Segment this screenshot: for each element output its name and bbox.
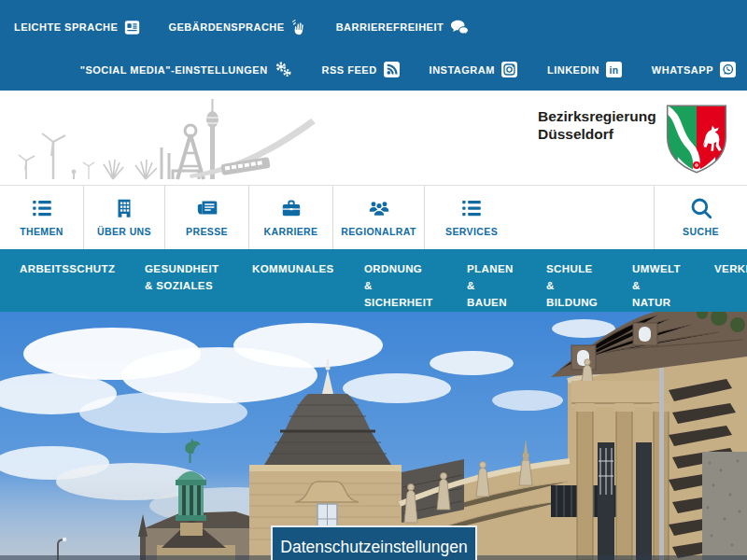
svg-text:in: in (609, 65, 618, 76)
newspaper-icon (195, 196, 219, 220)
topic-ordnung-sicherheit[interactable]: ORDNUNG & SICHERHEIT (364, 260, 467, 312)
accessibility-icon (450, 20, 469, 35)
topic-navigation: ARBEITSSCHUTZ GESUNDHEIT & SOZIALES KOMM… (0, 249, 747, 312)
gears-icon (275, 61, 292, 78)
list-icon (30, 196, 54, 220)
nav-item-services[interactable]: SERVICES (425, 186, 654, 249)
instagram-link[interactable]: INSTAGRAM (430, 62, 517, 77)
top-bar: LEICHTE SPRACHE GEBÄRDENSPRACHE BARRIERE… (0, 0, 747, 91)
nav-label-regionalrat: REGIONALRAT (341, 226, 416, 237)
easy-language-icon (124, 20, 140, 35)
instagram-icon (501, 62, 517, 77)
nav-item-presse[interactable]: PRESSE (165, 186, 249, 249)
linkedin-icon: in (606, 62, 622, 77)
nav-label-presse: PRESSE (186, 226, 228, 237)
nav-label-themen: THEMEN (20, 226, 63, 237)
easy-language-link[interactable]: LEICHTE SPRACHE (14, 20, 140, 35)
topic-schule-bildung[interactable]: SCHULE & BILDUNG (546, 260, 632, 312)
whatsapp-icon (720, 62, 736, 77)
nav-item-ueber-uns[interactable]: ÜBER UNS (84, 186, 165, 249)
people-icon (367, 196, 391, 220)
topic-verkehr[interactable]: VERKEHR (714, 260, 747, 312)
easy-language-label: LEICHTE SPRACHE (14, 21, 118, 33)
page: LEICHTE SPRACHE GEBÄRDENSPRACHE BARRIERE… (0, 0, 747, 560)
topic-umwelt-natur[interactable]: UMWELT & NATUR (632, 260, 714, 312)
org-name-line1: Bezirksregierung (538, 107, 656, 125)
nav-item-regionalrat[interactable]: REGIONALRAT (333, 186, 425, 249)
social-links-row: "SOCIAL MEDIA"-EINSTELLUNGEN RSS FEED IN… (0, 45, 747, 91)
nav-label-karriere: KARRIERE (263, 226, 317, 237)
rss-icon (384, 62, 400, 77)
main-navigation: THEMEN ÜBER UNS PRESSE KARRIERE REGIONAL… (0, 186, 747, 249)
nrw-coat-of-arms-icon (663, 104, 730, 178)
nav-item-search[interactable]: SUCHE (654, 186, 747, 249)
accessibility-label: BARRIEREFREIHEIT (336, 21, 444, 33)
skyline-illustration (0, 95, 504, 185)
whatsapp-label: WHATSAPP (652, 64, 713, 76)
site-logo[interactable]: Bezirksregierung Düsseldorf (538, 107, 656, 143)
social-media-settings-link[interactable]: "SOCIAL MEDIA"-EINSTELLUNGEN (80, 61, 292, 78)
topic-planen-bauen[interactable]: PLANEN & BAUEN (467, 260, 546, 312)
topic-arbeitsschutz[interactable]: ARBEITSSCHUTZ (20, 260, 145, 312)
sign-language-icon (291, 19, 308, 35)
privacy-settings-button[interactable]: Datenschutzeinstellungen (271, 525, 477, 560)
topic-gesundheit-soziales[interactable]: GESUNDHEIT & SOZIALES (145, 260, 252, 312)
linkedin-link[interactable]: LINKEDIN in (547, 62, 622, 77)
linkedin-label: LINKEDIN (547, 64, 599, 76)
whatsapp-link[interactable]: WHATSAPP (652, 62, 736, 77)
building-icon (112, 196, 136, 220)
building-photo-illustration (0, 312, 747, 560)
nav-label-search: SUCHE (683, 226, 719, 237)
list-icon (459, 196, 484, 220)
sign-language-link[interactable]: GEBÄRDENSPRACHE (168, 19, 307, 35)
nav-label-ueber-uns: ÜBER UNS (97, 226, 151, 237)
search-icon (689, 196, 713, 220)
accessibility-links-row: LEICHTE SPRACHE GEBÄRDENSPRACHE BARRIERE… (0, 0, 747, 45)
nav-label-services: SERVICES (445, 226, 498, 237)
site-header: Bezirksregierung Düsseldorf (0, 91, 747, 186)
topic-kommunales[interactable]: KOMMUNALES (252, 260, 364, 312)
hero-photo: Datenschutzeinstellungen (0, 312, 747, 560)
accessibility-link[interactable]: BARRIEREFREIHEIT (336, 20, 470, 35)
nav-item-karriere[interactable]: KARRIERE (249, 186, 333, 249)
rss-feed-label: RSS FEED (322, 64, 377, 76)
briefcase-icon (279, 196, 303, 220)
org-name-line2: Düsseldorf (538, 125, 656, 143)
social-media-settings-label: "SOCIAL MEDIA"-EINSTELLUNGEN (80, 64, 268, 76)
sign-language-label: GEBÄRDENSPRACHE (168, 21, 284, 33)
rss-feed-link[interactable]: RSS FEED (322, 62, 400, 77)
instagram-label: INSTAGRAM (430, 64, 495, 76)
nav-item-themen[interactable]: THEMEN (0, 186, 84, 249)
